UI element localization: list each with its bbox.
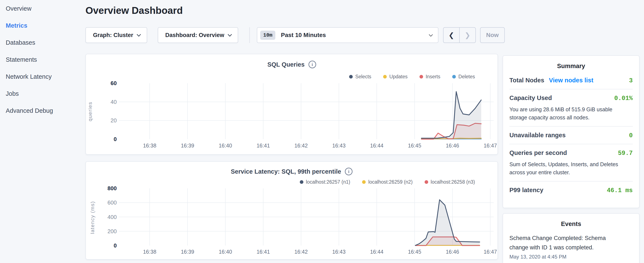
chevron-down-icon (136, 32, 141, 37)
summary-stat-label: P99 latency (510, 187, 544, 194)
sidebar-nav-list: OverviewMetricsDatabasesStatementsNetwor… (6, 0, 85, 119)
svg-text:800: 800 (108, 185, 117, 191)
summary-stat-value: 46.1 ms (607, 187, 633, 194)
controls-divider (250, 27, 250, 43)
dashboard-dropdown[interactable]: Dashboard: Overview (158, 27, 238, 43)
svg-text:60: 60 (110, 80, 117, 86)
time-range-badge: 10m (260, 31, 275, 40)
svg-text:16:41: 16:41 (256, 249, 270, 255)
chevron-down-icon (228, 32, 232, 37)
svg-text:600: 600 (108, 199, 117, 206)
events-title: Events (510, 219, 633, 229)
svg-text:16:41: 16:41 (256, 143, 270, 149)
svg-text:16:44: 16:44 (370, 143, 384, 149)
svg-text:16:39: 16:39 (181, 249, 194, 255)
time-prev-button[interactable]: ❮ (444, 28, 460, 43)
svg-text:400: 400 (108, 214, 117, 220)
svg-text:16:38: 16:38 (143, 143, 156, 149)
summary-stat-label: Capacity Used (510, 95, 552, 102)
summary-title: Summary (510, 61, 633, 72)
svg-text:16:43: 16:43 (332, 143, 346, 149)
svg-text:16:44: 16:44 (370, 249, 384, 255)
summary-row-total-nodes: Total NodesView nodes list3 (510, 72, 633, 89)
svg-text:16:42: 16:42 (294, 249, 308, 255)
svg-text:16:46: 16:46 (446, 143, 459, 149)
sidebar-item-network-latency[interactable]: Network Latency (6, 68, 85, 85)
svg-text:16:40: 16:40 (219, 143, 232, 149)
event-item: Schema Change Completed: Schema change w… (510, 233, 633, 260)
sql-queries-chart-card: SQL Queries i SelectsUpdatesInsertsDelet… (86, 54, 498, 155)
summary-stat-label: Queries per second (510, 149, 567, 156)
svg-text:16:47: 16:47 (484, 249, 497, 255)
summary-stat-description: You are using 28.6 MiB of 515.9 GiB usab… (510, 105, 628, 122)
sidebar-item-overview[interactable]: Overview (6, 0, 85, 17)
svg-text:16:45: 16:45 (408, 249, 422, 255)
summary-row-unavailable-ranges: Unavailable ranges0 (510, 126, 633, 144)
svg-text:20: 20 (110, 117, 117, 124)
svg-text:40: 40 (110, 99, 117, 105)
sidebar-item-databases[interactable]: Databases (6, 34, 85, 51)
svg-text:200: 200 (108, 228, 117, 234)
sidebar: OverviewMetricsDatabasesStatementsNetwor… (0, 0, 85, 263)
controls-bar: Graph: Cluster Dashboard: Overview 10m P… (86, 27, 638, 43)
event-timestamp: May 13, 2020 at 4:45 PM (510, 254, 633, 260)
sql-queries-plot[interactable]: 16:3816:3916:4016:4116:4216:4316:4416:45… (86, 54, 498, 155)
svg-text:16:39: 16:39 (181, 143, 194, 149)
svg-text:16:40: 16:40 (219, 249, 232, 255)
now-button[interactable]: Now (480, 27, 505, 43)
summary-row-queries-per-second: Queries per second59.7Sum of Selects, Up… (510, 144, 633, 181)
chevron-right-icon: ❯ (465, 31, 470, 39)
svg-text:16:46: 16:46 (446, 249, 459, 255)
event-text: Schema Change Completed: Schema change w… (510, 233, 609, 252)
events-list: Schema Change Completed: Schema change w… (510, 233, 633, 260)
events-panel: Events Schema Change Completed: Schema c… (502, 213, 640, 263)
dashboard-dropdown-label: Dashboard: Overview (165, 32, 224, 39)
summary-stat-label: Total Nodes (510, 77, 544, 84)
summary-stat-value: 3 (629, 77, 633, 84)
summary-stat-label: Unavailable ranges (510, 132, 566, 139)
chevron-down-icon (429, 33, 433, 36)
summary-rows: Total NodesView nodes list3Capacity Used… (510, 72, 633, 199)
service-latency-chart-card: Service Latency: SQL, 99th percentile i … (86, 161, 498, 259)
summary-panel: Summary Total NodesView nodes list3Capac… (502, 55, 640, 208)
svg-text:16:45: 16:45 (408, 143, 422, 149)
service-latency-plot[interactable]: 16:3816:3916:4016:4116:4216:4316:4416:45… (86, 162, 498, 260)
graph-dropdown-label: Graph: Cluster (93, 32, 133, 39)
sidebar-item-metrics[interactable]: Metrics (6, 17, 85, 34)
time-nav-arrows: ❮ ❯ (443, 27, 476, 43)
time-range-dropdown[interactable]: 10m Past 10 Minutes (257, 27, 438, 43)
svg-text:16:38: 16:38 (143, 249, 156, 255)
summary-stat-value: 59.7 (618, 150, 633, 157)
svg-text:0: 0 (114, 242, 117, 249)
svg-text:16:47: 16:47 (484, 143, 497, 149)
summary-stat-value: 0 (629, 132, 633, 139)
svg-text:16:43: 16:43 (332, 249, 346, 255)
svg-text:0: 0 (114, 136, 117, 142)
sidebar-item-jobs[interactable]: Jobs (6, 85, 85, 102)
view-nodes-list-link[interactable]: View nodes list (549, 77, 594, 84)
chevron-left-icon: ❮ (448, 31, 454, 39)
time-range-label: Past 10 Minutes (281, 32, 423, 39)
time-next-button[interactable]: ❯ (460, 28, 476, 43)
sidebar-item-advanced-debug[interactable]: Advanced Debug (6, 102, 85, 119)
svg-text:16:42: 16:42 (294, 143, 308, 149)
sidebar-item-statements[interactable]: Statements (6, 51, 85, 68)
graph-dropdown[interactable]: Graph: Cluster (86, 27, 147, 43)
page-title: Overview Dashboard (86, 5, 183, 16)
summary-stat-description: Sum of Selects, Updates, Inserts, and De… (510, 160, 628, 176)
summary-row-p99-latency: P99 latency46.1 ms (510, 181, 633, 199)
summary-stat-value: 0.01% (614, 95, 633, 102)
summary-row-capacity-used: Capacity Used0.01%You are using 28.6 MiB… (510, 89, 633, 126)
